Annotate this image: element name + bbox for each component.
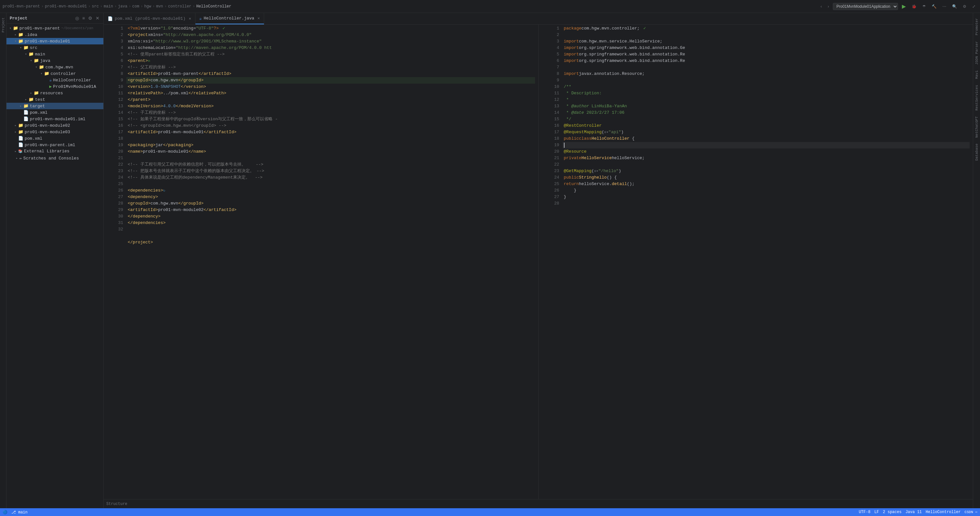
vtab-project[interactable]: Project — [0, 16, 6, 34]
run-config-select[interactable]: Pro01MvnModule01Application — [833, 3, 898, 10]
ln-r9: 9 — [546, 77, 559, 84]
ln-17: 17 — [110, 129, 123, 135]
tree-item-module03[interactable]: ▸ 📁 pro01-mvn-module03 — [6, 129, 103, 135]
line-numbers-left: 1 2 3 4 5 6 7 8 9 10 11 12 13 14 15 16 1 — [110, 25, 126, 499]
breadcrumb-item[interactable]: pro01-mvn-module01 — [45, 4, 87, 9]
tree-item-main[interactable]: ▾ 📁 main — [6, 51, 103, 57]
tree-label: pro01-mvn-module01 — [25, 39, 70, 44]
breadcrumb-item[interactable]: hgw — [144, 4, 151, 9]
tree-item-resources[interactable]: ▸ 📁 resources — [6, 90, 103, 96]
sidebar-icon-locate[interactable]: ◎ — [75, 15, 80, 21]
tree-arrow: ▸ — [18, 104, 23, 108]
tree-item-src[interactable]: ▾ 📁 src — [6, 45, 103, 51]
tree-item-target[interactable]: ▸ 📁 target — [6, 103, 103, 109]
tree-item-module01[interactable]: ▾ 📁 pro01-mvn-module01 — [6, 38, 103, 45]
ln-r2: 2 — [546, 32, 559, 38]
rpanel-netchatgpt[interactable]: NetChatGPT — [974, 114, 980, 140]
sidebar-icons: ◎ ≡ ⚙ ✕ — [75, 15, 100, 21]
tree-item-scratches[interactable]: ▸ ✏ Scratches and Consoles — [6, 154, 103, 162]
ln-r6: 6 — [546, 58, 559, 64]
status-class[interactable]: HelloController — [926, 510, 961, 514]
ln-16: 16 — [110, 123, 123, 129]
debug-button[interactable]: 🐞 — [910, 3, 918, 10]
status-indent[interactable]: 2 spaces — [883, 510, 902, 514]
tree-item-pomxml[interactable]: 📄 pom.xml — [6, 109, 103, 116]
tree-item-module02[interactable]: ▸ 📁 pro01-mvn-module02 — [6, 122, 103, 129]
tree-label: java — [40, 58, 50, 63]
scrollbar-right[interactable] — [970, 25, 973, 499]
code-line: <artifactId>pro01-mvn-module02</artifact… — [126, 207, 535, 213]
tree-item-test[interactable]: ▸ 📁 test — [6, 96, 103, 103]
tree-item-java[interactable]: ▾ 📁 java — [6, 57, 103, 64]
status-csdn: CSDN ⋯ — [964, 510, 977, 514]
rpanel-promoter[interactable]: Promoter — [974, 16, 980, 38]
tree-item-root-pom[interactable]: 📄 pom.xml — [6, 135, 103, 142]
project-tree: ▾ 📁 pro01-mvn-parent ~/Documents/yan ▸ 📁… — [6, 24, 103, 508]
maximize-button[interactable]: ⤢ — [970, 3, 977, 10]
tab-hello-controller[interactable]: ☕ HelloController.java ✕ — [196, 13, 264, 24]
ln-r12: 12 — [546, 97, 559, 103]
breadcrumb-item[interactable]: main — [104, 4, 113, 9]
breadcrumb-item[interactable]: controller — [168, 4, 191, 9]
build-button[interactable]: 🔨 — [930, 3, 939, 10]
code-line: <packaging>jar</packaging> — [126, 142, 535, 148]
breadcrumb-item[interactable]: java — [118, 4, 127, 9]
breadcrumb-item[interactable]: com — [132, 4, 139, 9]
tree-arrow: ▸ — [29, 91, 34, 95]
tree-item-controller[interactable]: ▾ 📁 controller — [6, 70, 103, 77]
prev-button[interactable]: ‹ — [819, 3, 824, 10]
rpanel-mavi[interactable]: Mavi — [974, 68, 980, 81]
tab-close-button[interactable]: ✕ — [189, 16, 191, 21]
code-content-right[interactable]: package com.hgw.mvn.controller; ✓ import… — [563, 25, 970, 499]
sidebar-icon-settings[interactable]: ⚙ — [88, 15, 93, 21]
code-line: /** — [563, 84, 970, 90]
ln-15: 15 — [110, 116, 123, 123]
ln-22: 22 — [110, 161, 123, 168]
breadcrumb-sep: › — [164, 4, 167, 9]
tab-close-button[interactable]: ✕ — [258, 16, 260, 21]
status-bar: 🔵 ⎇ main UTF-8 LF 2 spaces Java 11 Hello… — [0, 508, 980, 516]
sidebar-icon-collapse[interactable]: ≡ — [82, 15, 86, 21]
status-line-ending[interactable]: LF — [874, 510, 879, 514]
code-line: @RestController — [563, 123, 970, 129]
tree-item-idea[interactable]: ▸ 📁 .idea — [6, 32, 103, 38]
breadcrumb-item[interactable]: src — [92, 4, 99, 9]
breadcrumb-item[interactable]: mvn — [156, 4, 163, 9]
next-button[interactable]: › — [826, 3, 831, 10]
status-git[interactable]: ⎇ main — [11, 510, 27, 515]
code-content-left[interactable]: <?xml version="1.0" encoding="UTF-8"?> ✓… — [126, 25, 535, 499]
status-project: 🔵 — [3, 510, 8, 515]
tab-pom-xml[interactable]: 📄 pom.xml (pro01-mvn-module01) ✕ — [104, 13, 196, 24]
scrollbar-left[interactable] — [535, 25, 538, 499]
run-button[interactable]: ▶ — [900, 2, 908, 11]
tree-item-pro01app[interactable]: ▶ Pro01MvnModule01A — [6, 83, 103, 90]
ln-30: 30 — [110, 213, 123, 220]
tab-bar: 📄 pom.xml (pro01-mvn-module01) ✕ ☕ Hello… — [104, 13, 973, 25]
tree-item-parent-iml[interactable]: 📄 pro01-mvn-parent.iml — [6, 142, 103, 148]
status-java[interactable]: Java 11 — [905, 510, 922, 514]
rpanel-database[interactable]: Database — [974, 141, 980, 163]
tree-item-extlibs[interactable]: ▸ 📚 External Libraries — [6, 148, 103, 154]
breadcrumb-item[interactable]: pro01-mvn-parent — [3, 4, 40, 9]
sidebar-icon-close[interactable]: ✕ — [95, 15, 100, 21]
settings-button[interactable]: ⚙ — [961, 3, 968, 10]
breadcrumb-sep: › — [41, 4, 43, 9]
tree-item-iml[interactable]: 📄 pro01-mvn-module01.iml — [6, 116, 103, 122]
rpanel-jsonparser[interactable]: JSON Parser — [974, 38, 980, 67]
code-line: import org.springframework.web.bind.anno… — [563, 51, 970, 58]
more-button[interactable]: ⋯ — [940, 3, 948, 10]
ln-27: 27 — [110, 194, 123, 200]
status-encoding[interactable]: UTF-8 — [859, 510, 870, 514]
folder-icon: 📁 — [34, 91, 39, 96]
tree-item-comhgwmvn[interactable]: ▾ 📁 com.hgw.mvn — [6, 64, 103, 70]
code-line: } — [563, 194, 970, 200]
tree-item-root[interactable]: ▾ 📁 pro01-mvn-parent ~/Documents/yan — [6, 25, 103, 32]
search-button[interactable]: 🔍 — [950, 3, 959, 10]
right-panel-strip: Promoter JSON Parser Mavi RestServices N… — [973, 13, 980, 508]
tree-label: HelloController — [53, 78, 91, 83]
code-line: */ — [563, 116, 970, 123]
sidebar-header: Project ◎ ≡ ⚙ ✕ — [6, 13, 103, 24]
tree-item-hellocontroller[interactable]: ☕ HelloController — [6, 77, 103, 83]
rpanel-restservices[interactable]: RestServices — [974, 82, 980, 113]
coverage-button[interactable]: ☂ — [920, 3, 928, 10]
